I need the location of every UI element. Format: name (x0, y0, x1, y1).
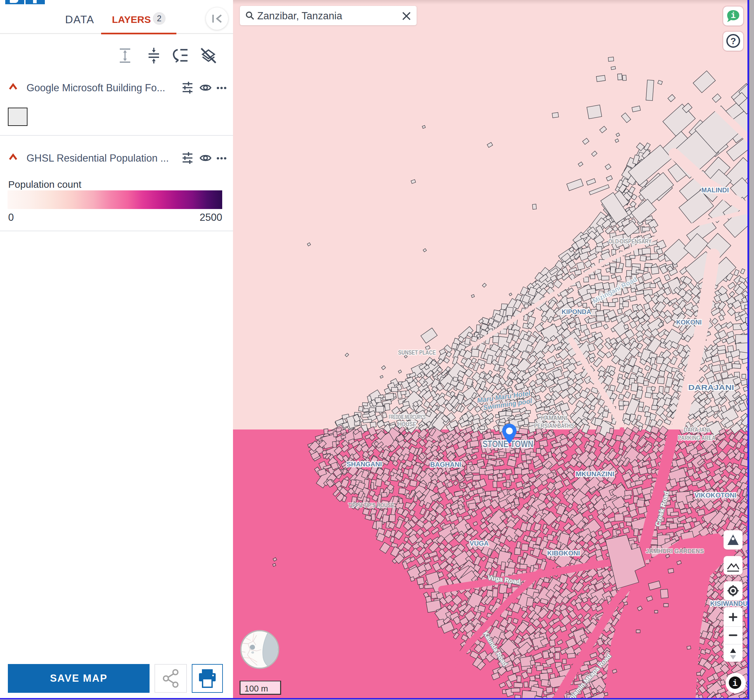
svg-text:KIPONDA: KIPONDA (562, 308, 591, 315)
svg-text:DARAJANI: DARAJANI (688, 383, 734, 392)
svg-text:i: i (731, 11, 736, 20)
svg-text:PARKING AREA: PARKING AREA (678, 434, 715, 441)
svg-text:FREDDIE MERCURY'S: FREDDIE MERCURY'S (389, 414, 425, 420)
svg-text:BAGHANI: BAGHANI (430, 461, 461, 468)
svg-text:OLD DISPENSARY: OLD DISPENSARY (609, 238, 652, 245)
svg-text:VIKOKOTONI: VIKOKOTONI (695, 491, 736, 499)
svg-text:KIBOKONI: KIBOKONI (547, 549, 580, 557)
svg-text:KOKONI: KOKONI (676, 318, 702, 326)
svg-text:TIPPU TIP'S HOUSE: TIPPU TIP'S HOUSE (348, 502, 394, 509)
svg-text:MKUNAZINI: MKUNAZINI (576, 470, 614, 478)
svg-text:MALINDI: MALINDI (701, 186, 729, 194)
svg-text:SHANGANI: SHANGANI (347, 460, 382, 468)
svg-text:SUNSET PLACE: SUNSET PLACE (398, 349, 436, 356)
svg-text:?: ? (731, 36, 736, 46)
svg-text:HAMAMNI: HAMAMNI (541, 414, 567, 421)
svg-text:VUGA: VUGA (469, 539, 489, 547)
svg-text:PERSIAN BATHS: PERSIAN BATHS (534, 422, 574, 429)
svg-text:i: i (732, 679, 738, 689)
svg-text:JAMHURI GARDENS: JAMHURI GARDENS (646, 548, 704, 555)
svg-text:DARAJANI: DARAJANI (684, 426, 710, 433)
svg-text:KISIWANDUI: KISIWANDUI (710, 600, 749, 607)
svg-text:HOUSE: HOUSE (398, 421, 416, 428)
